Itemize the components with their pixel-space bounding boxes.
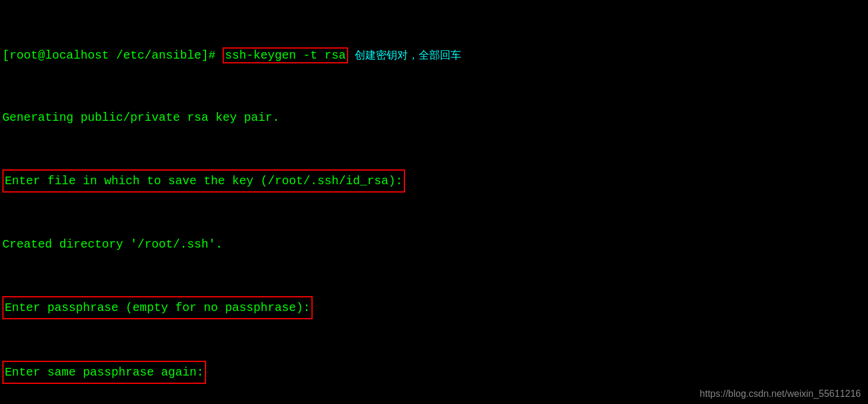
line-passphrase-again: Enter same passphrase again: [2, 361, 866, 384]
line-generating: Generating public/private rsa key pair. [2, 107, 866, 128]
watermark: https://blog.csdn.net/weixin_55611216 [700, 389, 861, 399]
terminal-output: [root@localhost /etc/ansible]# ssh-keyge… [0, 0, 868, 404]
passphrase-again-box: Enter same passphrase again: [2, 361, 206, 384]
shell-prompt: [root@localhost /etc/ansible]# [2, 49, 223, 62]
line-passphrase: Enter passphrase (empty for no passphras… [2, 296, 866, 319]
command-box: ssh-keygen -t rsa [223, 47, 348, 63]
line-prompt: [root@localhost /etc/ansible]# ssh-keyge… [2, 45, 866, 66]
annotation-text: 创建密钥对，全部回车 [348, 50, 461, 62]
line-created-dir: Created directory '/root/.ssh'. [2, 234, 866, 255]
line-enter-file: Enter file in which to save the key (/ro… [2, 169, 866, 193]
enter-file-box: Enter file in which to save the key (/ro… [2, 169, 405, 193]
passphrase-box: Enter passphrase (empty for no passphras… [2, 296, 313, 319]
